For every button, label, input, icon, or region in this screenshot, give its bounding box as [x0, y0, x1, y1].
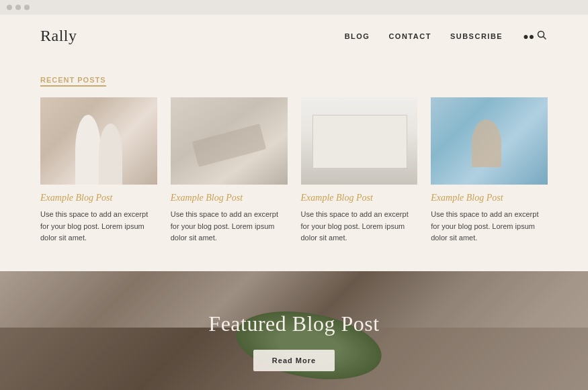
site-logo[interactable]: Rally	[40, 27, 77, 45]
search-button[interactable]: ●●	[521, 29, 548, 43]
post-excerpt-4: Use this space to add an excerpt for you…	[431, 209, 548, 244]
post-title-2[interactable]: Example Blog Post	[171, 193, 288, 203]
read-more-button[interactable]: Read More	[253, 350, 335, 371]
post-card-1[interactable]: Example Blog Post Use this space to add …	[40, 97, 157, 244]
nav-subscribe[interactable]: SUBSCRIBE	[450, 32, 503, 40]
post-card-4[interactable]: Example Blog Post Use this space to add …	[431, 97, 548, 244]
nav-contact[interactable]: CONTACT	[388, 32, 431, 40]
post-card-2[interactable]: Example Blog Post Use this space to add …	[171, 97, 288, 244]
featured-title: Featured Blog Post	[208, 311, 379, 336]
featured-content: Featured Blog Post Read More	[208, 311, 379, 371]
section-label: Recent Posts	[40, 76, 106, 87]
post-image-3	[301, 97, 418, 185]
main-nav: BLOG CONTACT SUBSCRIBE ●●	[345, 29, 548, 43]
post-image-4	[431, 97, 548, 185]
browser-dot-2	[15, 5, 21, 10]
main-content: Recent Posts Example Blog Post Use this …	[0, 57, 588, 271]
post-excerpt-2: Use this space to add an excerpt for you…	[171, 209, 288, 244]
post-excerpt-3: Use this space to add an excerpt for you…	[301, 209, 418, 244]
search-icon-svg	[537, 30, 546, 40]
post-card-3[interactable]: Example Blog Post Use this space to add …	[301, 97, 418, 244]
post-title-4[interactable]: Example Blog Post	[431, 193, 548, 203]
post-image-1	[40, 97, 157, 185]
post-title-3[interactable]: Example Blog Post	[301, 193, 418, 203]
featured-section: Featured Blog Post Read More	[0, 271, 588, 390]
post-image-2	[171, 97, 288, 185]
post-excerpt-1: Use this space to add an excerpt for you…	[40, 209, 157, 244]
posts-grid: Example Blog Post Use this space to add …	[40, 97, 548, 244]
site-header: Rally BLOG CONTACT SUBSCRIBE ●●	[0, 15, 588, 57]
search-icon: ●●	[523, 31, 534, 42]
post-title-1[interactable]: Example Blog Post	[40, 193, 157, 203]
nav-blog[interactable]: BLOG	[345, 32, 370, 40]
browser-dot-1	[7, 5, 12, 10]
browser-chrome	[0, 0, 588, 15]
browser-dot-3	[24, 5, 30, 10]
svg-line-1	[544, 37, 546, 40]
